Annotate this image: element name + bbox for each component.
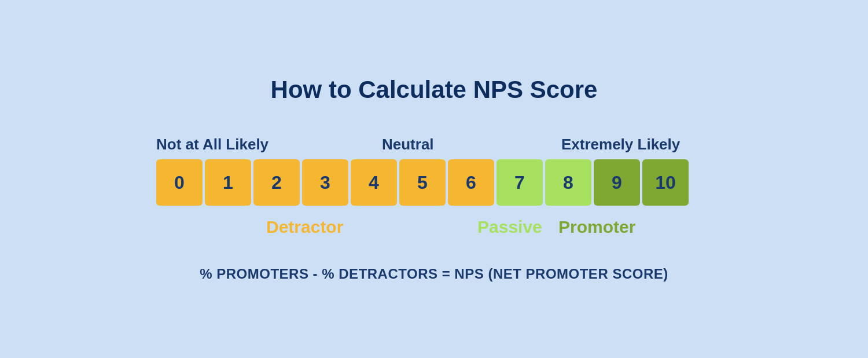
labels-row: Not at All Likely Neutral Extremely Like… — [156, 131, 781, 154]
main-container: How to Calculate NPS Score Not at All Li… — [87, 76, 781, 282]
scale-box-2: 2 — [253, 159, 300, 206]
scale-box-1: 1 — [205, 159, 251, 206]
label-extremely-likely: Extremely Likely — [561, 136, 680, 154]
detractor-label: Detractor — [266, 217, 343, 237]
scale-box-5: 5 — [399, 159, 446, 206]
scale-box-7: 7 — [496, 159, 543, 206]
scale-box-6: 6 — [448, 159, 494, 206]
label-neutral: Neutral — [382, 136, 434, 154]
passive-label: Passive — [477, 217, 542, 237]
label-not-at-all-likely: Not at All Likely — [156, 136, 269, 154]
page-title: How to Calculate NPS Score — [271, 76, 598, 104]
promoter-label: Promoter — [558, 217, 635, 237]
scale-section: Not at All Likely Neutral Extremely Like… — [87, 131, 781, 260]
scale-box-0: 0 — [156, 159, 203, 206]
scale-box-3: 3 — [302, 159, 348, 206]
scale-box-10: 10 — [642, 159, 689, 206]
formula: % PROMOTERS - % DETRACTORS = NPS (NET PR… — [200, 266, 668, 282]
scale-row: 0 1 2 3 4 5 6 7 8 9 10 — [156, 159, 689, 206]
scale-box-9: 9 — [594, 159, 640, 206]
scale-box-8: 8 — [545, 159, 591, 206]
scale-box-4: 4 — [351, 159, 397, 206]
category-row: Detractor Passive Promoter — [156, 217, 608, 243]
